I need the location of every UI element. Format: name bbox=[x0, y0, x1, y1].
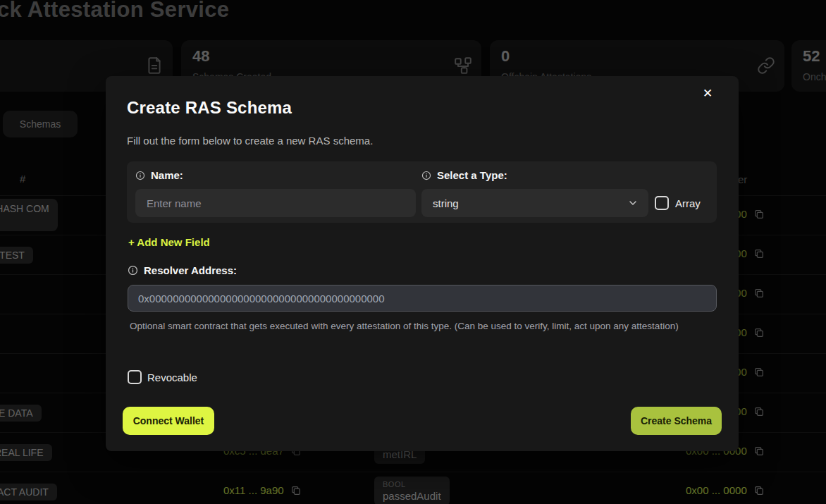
name-label: Name: bbox=[151, 169, 183, 181]
array-checkbox[interactable] bbox=[655, 196, 669, 210]
resolver-address-input[interactable] bbox=[128, 285, 717, 312]
schema-field-group: Name: Select a Type: string Array bbox=[127, 161, 717, 223]
type-label: Select a Type: bbox=[437, 169, 507, 181]
info-icon bbox=[135, 171, 145, 180]
resolver-help-text: Optional smart contract that gets execut… bbox=[130, 319, 686, 333]
add-new-field-button[interactable]: + Add New Field bbox=[128, 236, 210, 248]
revocable-checkbox[interactable] bbox=[128, 370, 142, 384]
resolver-address-label: Resolver Address: bbox=[144, 264, 237, 276]
name-label-row: Name: bbox=[135, 169, 183, 181]
name-input[interactable] bbox=[135, 189, 416, 217]
array-label: Array bbox=[675, 197, 701, 209]
modal-subtitle: Fill out the form below to create a new … bbox=[127, 135, 373, 147]
revocable-label: Revocable bbox=[147, 371, 197, 383]
chevron-down-icon bbox=[627, 197, 639, 209]
modal-title: Create RAS Schema bbox=[127, 98, 292, 118]
type-select[interactable]: string bbox=[421, 189, 648, 217]
connect-wallet-button[interactable]: Connect Wallet bbox=[123, 407, 214, 435]
type-label-row: Select a Type: bbox=[421, 169, 507, 181]
create-schema-modal: ✕ Create RAS Schema Fill out the form be… bbox=[106, 76, 739, 451]
type-select-value: string bbox=[433, 197, 459, 209]
close-icon[interactable]: ✕ bbox=[699, 85, 716, 102]
info-icon bbox=[421, 171, 431, 180]
resolver-label-row: Resolver Address: bbox=[128, 264, 237, 276]
info-icon bbox=[128, 265, 138, 276]
create-schema-button[interactable]: Create Schema bbox=[631, 407, 722, 435]
